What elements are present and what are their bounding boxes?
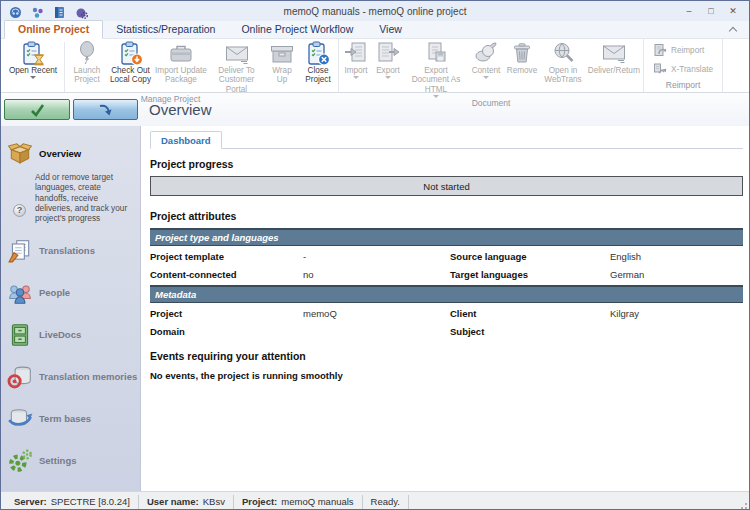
open-in-webtrans-button[interactable]: Open in WebTrans <box>540 40 586 98</box>
open-box-icon <box>7 140 33 166</box>
envelope-deliver-icon <box>601 41 627 65</box>
clipboard-close-icon <box>305 41 331 65</box>
sidebar: Overview ? Add or remove target language… <box>1 126 141 491</box>
ribbon-tab-row: Online Project Statistics/Preparation On… <box>1 21 749 39</box>
attr-label: Domain <box>150 326 303 337</box>
envelope-icon <box>224 41 250 65</box>
package-icon <box>168 41 194 65</box>
tab-dashboard[interactable]: Dashboard <box>150 131 222 149</box>
attr-label: Subject <box>450 326 610 337</box>
confirm-check-button[interactable] <box>4 99 70 120</box>
doc-html-icon <box>423 41 449 65</box>
sidebar-item-label: Translation memories <box>39 371 137 382</box>
close-project-button[interactable]: Close Project <box>299 40 337 94</box>
documents-icon <box>7 238 33 264</box>
memoq-logo-icon[interactable] <box>9 5 22 18</box>
progress-status-text: Not started <box>423 181 469 192</box>
sidebar-item-translation-memories[interactable]: Translation memories <box>1 360 140 394</box>
ribbon-button-label: Deliver/Return <box>588 66 640 75</box>
ribbon-button-label: Check Out Local Copy <box>108 66 153 85</box>
status-label: User name: <box>147 496 199 507</box>
wrap-up-button[interactable]: Wrap Up <box>265 40 299 94</box>
tab-online-project-workflow[interactable]: Online Project Workflow <box>228 21 366 38</box>
content-cloud-icon <box>473 41 499 65</box>
attr-row: Project template - Source language Engli… <box>150 246 743 265</box>
dropdown-caret-icon <box>483 76 489 79</box>
status-value: Ready. <box>371 496 400 507</box>
sidebar-item-translations[interactable]: Translations <box>1 234 140 268</box>
attr-value <box>610 326 743 337</box>
attr-row: Content-connected no Target languages Ge… <box>150 265 743 284</box>
switch-arrow-button[interactable] <box>73 99 139 120</box>
open-recent-button[interactable]: Open Recent <box>4 40 62 94</box>
sidebar-item-overview[interactable]: Overview <box>1 136 140 170</box>
content-button[interactable]: Content <box>468 40 504 98</box>
sidebar-item-settings[interactable]: Settings <box>1 444 140 478</box>
attr-value: Kilgray <box>610 308 743 319</box>
reimport-icon <box>653 43 667 59</box>
ribbon-button-label: Deliver To Customer Portal <box>209 66 264 94</box>
sidebar-overview-description: ? Add or remove target languages, create… <box>1 170 140 232</box>
app-window: memoQ manuals - memoQ online project – □… <box>0 0 750 510</box>
close-button[interactable]: ✕ <box>723 2 743 20</box>
clipboard-checkout-icon <box>118 41 144 65</box>
collapse-ribbon-icon[interactable] <box>729 25 737 33</box>
status-value: KBsv <box>203 496 225 507</box>
attr-row: Domain Subject <box>150 322 743 341</box>
ribbon-button-label: Remove <box>507 66 538 75</box>
sidebar-item-label: Settings <box>39 455 76 466</box>
sidebar-item-term-bases[interactable]: Term bases <box>1 402 140 436</box>
x-translate-button[interactable]: X-Translate <box>649 62 717 78</box>
project-progress-bar: Not started <box>150 176 743 196</box>
import-button[interactable]: Import <box>340 40 372 98</box>
ribbon-button-label: Launch Project <box>68 66 106 85</box>
deliver-return-button[interactable]: Deliver/Return <box>586 40 642 98</box>
export-document-as-html-button[interactable]: Export Document As HTML <box>404 40 468 98</box>
tab-online-project[interactable]: Online Project <box>4 20 103 39</box>
people-icon <box>7 280 33 306</box>
tab-statistics-preparation[interactable]: Statistics/Preparation <box>103 21 228 38</box>
launch-project-button[interactable]: Launch Project <box>67 40 107 94</box>
resize-grip[interactable] <box>737 499 747 509</box>
check-out-local-copy-button[interactable]: Check Out Local Copy <box>107 40 154 94</box>
resources-gear-icon[interactable] <box>75 5 88 18</box>
options-dots-icon[interactable] <box>31 5 44 18</box>
database-swoosh-icon <box>7 406 33 432</box>
curved-arrow-icon <box>97 103 113 117</box>
maximize-button[interactable]: □ <box>701 2 721 20</box>
events-message: No events, the project is running smooth… <box>150 370 743 381</box>
sidebar-item-label: Term bases <box>39 413 91 424</box>
deliver-to-customer-portal-button[interactable]: Deliver To Customer Portal <box>208 40 265 94</box>
export-button[interactable]: Export <box>372 40 404 98</box>
project-attributes-heading: Project attributes <box>150 210 743 222</box>
tab-view[interactable]: View <box>366 21 415 38</box>
remove-button[interactable]: Remove <box>504 40 540 98</box>
check-icon <box>29 103 45 117</box>
title-bar: memoQ manuals - memoQ online project – □… <box>1 1 749 21</box>
dashboard-content: Dashboard Project progress Not started P… <box>141 126 749 491</box>
cabinet-icon <box>7 322 33 348</box>
attr-label: Source language <box>450 251 610 262</box>
wrapup-box-icon <box>269 41 295 65</box>
clipboard-hourglass-icon <box>20 41 46 65</box>
status-server: Server: SPECTRE [8.0.24] <box>6 495 139 509</box>
project-list-icon[interactable] <box>53 5 66 18</box>
ribbon-button-label: Open in WebTrans <box>541 66 585 85</box>
ribbon-group-document: Import Export Export Document As HTML <box>339 39 644 92</box>
import-update-package-button[interactable]: Import Update Package <box>154 40 208 94</box>
status-value: memoQ manuals <box>281 496 353 507</box>
ribbon-button-label: Content <box>472 66 501 75</box>
minimize-button[interactable]: – <box>679 2 699 20</box>
ribbon-button-label: Reimport <box>671 46 704 55</box>
database-ring-icon <box>7 364 33 390</box>
ribbon: Open Recent Launch Project Check Out Loc… <box>1 39 749 93</box>
status-username: User name: KBsv <box>139 495 234 509</box>
ribbon-button-label: Export <box>376 66 400 75</box>
help-icon: ? <box>13 204 26 217</box>
sidebar-item-people[interactable]: People <box>1 276 140 310</box>
webtrans-globe-icon <box>550 41 576 65</box>
reimport-button[interactable]: Reimport <box>649 43 717 59</box>
attr-label: Client <box>450 308 610 319</box>
sidebar-item-livedocs[interactable]: LiveDocs <box>1 318 140 352</box>
dropdown-caret-icon <box>30 76 36 79</box>
